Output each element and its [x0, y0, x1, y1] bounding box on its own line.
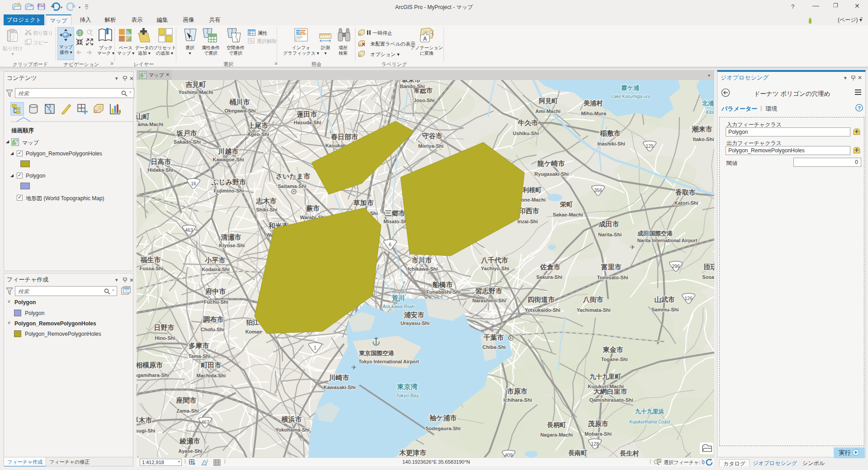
svg-text:Nagara-Machi: Nagara-Machi — [540, 432, 573, 437]
svg-text:清瀬市: 清瀬市 — [221, 233, 241, 241]
svg-text:守谷市: 守谷市 — [422, 132, 443, 140]
svg-text:Togane-Shi: Togane-Shi — [601, 357, 627, 362]
svg-text:八千代市: 八千代市 — [481, 256, 508, 264]
svg-text:✈: ✈ — [351, 364, 357, 371]
svg-text:Moriya-Shi: Moriya-Shi — [418, 143, 443, 149]
svg-text:Sakura-Shi: Sakura-Shi — [536, 274, 562, 280]
svg-text:128: 128 — [591, 441, 599, 446]
svg-text:牛久市: 牛久市 — [518, 119, 538, 127]
svg-text:調布市: 調布市 — [203, 315, 224, 323]
svg-text:さいたま市: さいたま市 — [276, 172, 310, 180]
svg-text:Ayase-Shi: Ayase-Shi — [179, 448, 203, 454]
svg-text:稲敷市: 稲敷市 — [600, 129, 621, 137]
svg-text:龍ケ崎市: 龍ケ崎市 — [537, 160, 565, 167]
svg-text:Narita-Shi: Narita-Shi — [598, 232, 622, 237]
svg-text:九十九里浜: 九十九里浜 — [635, 408, 665, 415]
svg-text:川崎市: 川崎市 — [329, 374, 349, 381]
svg-text:富里市: 富里市 — [601, 263, 622, 271]
svg-text:Narashino-Shi: Narashino-Shi — [472, 298, 506, 303]
svg-text:Okegawa-Shi: Okegawa-Shi — [224, 108, 255, 113]
svg-text:美浦村: 美浦村 — [583, 99, 603, 107]
svg-text:蕨市: 蕨市 — [306, 204, 320, 212]
svg-text:佐倉市: 佐倉市 — [540, 263, 561, 271]
svg-text:Tokyo Bay: Tokyo Bay — [396, 393, 420, 398]
svg-text:Ara-kawa River: Ara-kawa River — [382, 304, 415, 309]
svg-text:ama-Machi: ama-Machi — [138, 122, 164, 127]
svg-text:Kujukurihama Coast: Kujukurihama Coast — [629, 419, 670, 424]
svg-text:Hidaka-Shi: Hidaka-Shi — [148, 167, 174, 173]
svg-text:Komae: Komae — [245, 329, 262, 334]
svg-text:木更津市: 木更津市 — [399, 449, 426, 456]
svg-text:霞ケ浦: 霞ケ浦 — [621, 85, 639, 91]
svg-text:桶川市: 桶川市 — [229, 98, 250, 106]
svg-text:三郷市: 三郷市 — [385, 209, 406, 217]
svg-text:Kita: Kita — [706, 110, 714, 115]
svg-text:上尾市: 上尾市 — [248, 122, 269, 129]
svg-text:福生市: 福生市 — [140, 256, 161, 263]
svg-text:蓮田市: 蓮田市 — [297, 110, 317, 118]
svg-text:栄町: 栄町 — [560, 201, 573, 208]
svg-text:草加市: 草加市 — [353, 199, 374, 207]
svg-text:Lake Kasumiga-ura: Lake Kasumiga-ura — [611, 94, 651, 99]
svg-text:Kawagoe-Shi: Kawagoe-Shi — [212, 157, 244, 162]
svg-text:Sagamihara-Shi: Sagamihara-Shi — [137, 372, 169, 378]
svg-text:Oamishirasato-Shi: Oamishirasato-Shi — [589, 397, 633, 403]
svg-text:船橋市: 船橋市 — [432, 281, 453, 288]
svg-text:山町: 山町 — [137, 113, 150, 120]
svg-text:Saitama-Shi: Saitama-Shi — [278, 183, 307, 189]
svg-text:府中市: 府中市 — [205, 287, 226, 295]
svg-text:東金市: 東金市 — [603, 346, 623, 353]
svg-text:6: 6 — [389, 242, 392, 247]
svg-text:356: 356 — [594, 188, 602, 193]
svg-text:潮来市: 潮来市 — [692, 125, 712, 133]
svg-text:東京湾: 東京湾 — [397, 383, 418, 390]
svg-text:Inzai-Shi: Inzai-Shi — [517, 219, 538, 224]
svg-text:Katori-Shi: Katori-Shi — [675, 200, 698, 206]
svg-text:Tama-Shi: Tama-Shi — [189, 353, 211, 359]
svg-text:習志野市: 習志野市 — [475, 287, 502, 295]
svg-text:Ichihara-Shi: Ichihara-Shi — [504, 397, 532, 403]
svg-text:四街道市: 四街道市 — [528, 296, 555, 303]
svg-text:Ryugasaki-Shi: Ryugasaki-Shi — [534, 171, 569, 177]
svg-text:Sakae-Machi: Sakae-Machi — [553, 212, 583, 217]
svg-text:坂戸市: 坂戸市 — [176, 129, 197, 137]
svg-text:Kujukuri-Machi: Kujukuri-Machi — [588, 384, 623, 389]
svg-text:町田市: 町田市 — [201, 361, 222, 369]
svg-text:多摩市: 多摩市 — [189, 342, 209, 349]
svg-text:Kawasaki-Shi: Kawasaki-Shi — [324, 385, 356, 390]
svg-text:東京国際空港: 東京国際空港 — [359, 350, 394, 357]
svg-text:Yachiyo-Shi: Yachiyo-Shi — [481, 266, 509, 271]
svg-text:Fuchu-Shi: Fuchu-Shi — [204, 299, 228, 305]
svg-text:志木市: 志木市 — [256, 197, 277, 205]
svg-text:Kiyose-Shi: Kiyose-Shi — [219, 243, 245, 248]
svg-text:北浦: 北浦 — [702, 100, 714, 107]
svg-text:袖ケ浦市: 袖ケ浦市 — [429, 414, 457, 422]
svg-text:Shiki-Shi: Shiki-Shi — [256, 207, 277, 212]
svg-text:Bando-Shi: Bando-Shi — [400, 84, 425, 89]
svg-text:Yachimata-Shi: Yachimata-Shi — [576, 307, 610, 313]
svg-text:Tone-Machi: Tone-Machi — [519, 197, 546, 202]
svg-text:Fujimino-Shi: Fujimino-Shi — [214, 188, 244, 193]
svg-text:Sakado-Shi: Sakado-Shi — [174, 139, 201, 145]
svg-text:茂原市: 茂原市 — [588, 420, 609, 428]
svg-text:▾: ▾ — [61, 5, 62, 9]
svg-text:Hasuda-Shi: Hasuda-Shi — [294, 120, 321, 125]
svg-text:Kodaira-Shi: Kodaira-Shi — [202, 267, 230, 272]
svg-text:浦安市: 浦安市 — [404, 311, 425, 319]
svg-text:Joso-Shi: Joso-Shi — [414, 98, 434, 103]
svg-text:126: 126 — [684, 296, 693, 301]
svg-text:坂東市: 坂東市 — [401, 80, 421, 83]
svg-text:荒川: 荒川 — [392, 294, 405, 302]
svg-text:千葉市: 千葉市 — [483, 334, 504, 341]
svg-text:A: A — [423, 36, 427, 42]
svg-text:吉見町: 吉見町 — [185, 80, 207, 88]
svg-text:Ichikawa-Shi: Ichikawa-Shi — [408, 266, 438, 272]
svg-text:▾: ▾ — [79, 5, 80, 9]
svg-text:463: 463 — [185, 227, 193, 233]
svg-text:長南町: 長南町 — [568, 449, 587, 456]
svg-text:16: 16 — [191, 181, 196, 186]
svg-text:日高市: 日高市 — [151, 158, 171, 165]
svg-text:山武市: 山武市 — [655, 296, 675, 303]
svg-text:Ushiku-Shi: Ushiku-Shi — [513, 131, 538, 136]
svg-text:八街市: 八街市 — [583, 296, 604, 303]
